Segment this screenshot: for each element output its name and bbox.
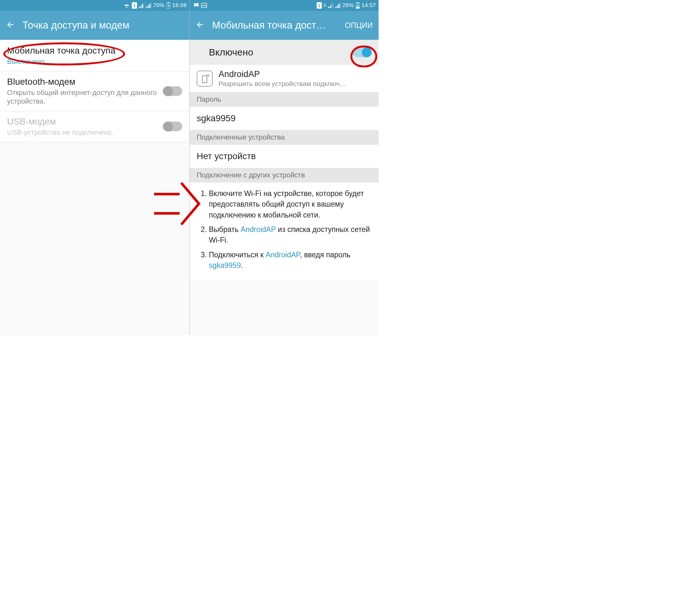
section-password: Пароль <box>190 92 379 107</box>
row-subtitle: Открыть общий интернет-доступ для данног… <box>7 88 163 106</box>
options-button[interactable]: ОПЦИИ <box>345 21 373 30</box>
instructions-list: Включите Wi-Fi на устройстве, которое бу… <box>190 182 379 280</box>
enabled-label: Включено <box>209 47 352 58</box>
ap-desc: Разрешить всем устройствам подключ… <box>218 80 346 87</box>
battery-charging-icon <box>356 2 360 9</box>
screen-tethering: 1 70% 16:08 Точка доступа и модем Мобиль… <box>0 0 189 335</box>
signal-icon <box>328 3 333 8</box>
clock: 14:57 <box>361 2 376 9</box>
instruction-step: Включите Wi-Fi на устройстве, которое бу… <box>209 188 372 220</box>
instruction-step: Выбрать AndroidAP из списка доступных се… <box>209 224 372 246</box>
row-mobile-hotspot[interactable]: Мобильная точка доступа Выключено <box>0 40 189 72</box>
signal2-icon <box>335 3 340 8</box>
back-icon[interactable] <box>195 20 204 31</box>
settings-list: Мобильная точка доступа Выключено Blueto… <box>0 40 189 335</box>
dropbox-icon <box>194 3 199 8</box>
no-devices: Нет устройств <box>190 145 379 168</box>
page-title: Точка доступа и модем <box>22 20 183 31</box>
ap-name-highlight: AndroidAP <box>241 225 276 234</box>
row-ap-config[interactable]: AndroidAP Разрешить всем устройствам под… <box>190 65 379 92</box>
section-connected: Подключенные устройства <box>190 130 379 145</box>
row-subtitle: USB-устройство не подключено. <box>7 128 163 137</box>
ap-name-highlight: AndroidAP <box>266 251 300 259</box>
svg-rect-1 <box>168 2 169 3</box>
app-bar: Мобильная точка дост… ОПЦИИ <box>190 11 379 40</box>
clock: 16:08 <box>172 2 187 9</box>
svg-rect-5 <box>356 7 359 8</box>
page-title: Мобильная точка дост… <box>212 20 341 31</box>
row-bluetooth-tether[interactable]: Bluetooth-модем Открыть общий интернет-д… <box>0 72 189 111</box>
row-title: Мобильная точка доступа <box>7 45 182 56</box>
row-title: USB-модем <box>7 117 163 127</box>
hotspot-device-icon <box>197 71 213 87</box>
ap-name: AndroidAP <box>218 69 346 79</box>
sim-icon: 1 <box>132 2 137 9</box>
status-bar: 1 E 28% 14:57 <box>190 0 379 11</box>
password-highlight: sgka9959 <box>209 261 241 270</box>
signal2-icon <box>146 3 151 8</box>
network-type: E <box>324 3 326 8</box>
hotspot-detail: Включено AndroidAP Разрешить всем устрой… <box>190 40 379 335</box>
battery-charging-icon <box>166 2 170 9</box>
row-status: Выключено <box>7 57 182 66</box>
svg-rect-4 <box>357 2 358 3</box>
hotspot-toggle[interactable] <box>352 47 372 57</box>
screen-hotspot-detail: 1 E 28% 14:57 Мобильная точка дост… ОПЦИ… <box>189 0 379 335</box>
status-bar: 1 70% 16:08 <box>0 0 189 11</box>
section-howto: Подключение с других устройств <box>190 168 379 182</box>
battery-percent: 70% <box>153 2 164 9</box>
sim-icon: 1 <box>317 2 322 9</box>
picture-icon <box>201 3 207 8</box>
instruction-step: Подключиться к AndroidAP, введя пароль s… <box>209 250 372 271</box>
password-value[interactable]: sgka9959 <box>190 107 379 130</box>
back-icon[interactable] <box>6 20 15 31</box>
row-enabled: Включено <box>190 40 379 65</box>
battery-percent: 28% <box>342 2 354 9</box>
row-title: Bluetooth-модем <box>7 77 163 87</box>
wifi-icon <box>123 3 130 8</box>
app-bar: Точка доступа и модем <box>0 11 189 40</box>
bluetooth-toggle[interactable] <box>163 86 182 96</box>
svg-rect-6 <box>202 76 207 83</box>
usb-toggle <box>163 122 182 131</box>
signal-icon <box>139 3 144 8</box>
row-usb-tether: USB-модем USB-устройство не подключено. <box>0 111 189 142</box>
